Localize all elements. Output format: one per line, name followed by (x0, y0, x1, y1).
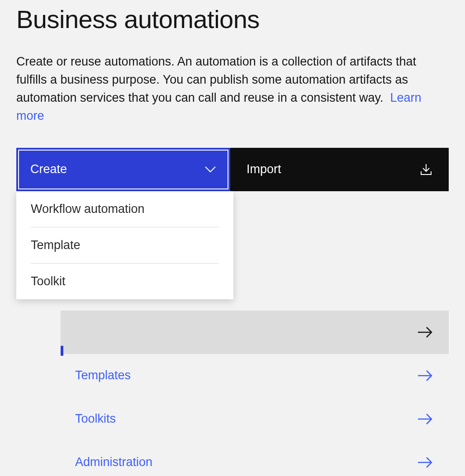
import-button-label: Import (247, 162, 281, 176)
create-dropdown-menu: Workflow automation Template Toolkit (16, 191, 233, 299)
dropdown-item-template[interactable]: Template (16, 227, 233, 263)
create-button[interactable]: Create (16, 148, 230, 191)
create-button-label: Create (30, 162, 67, 176)
arrow-right-icon (417, 456, 433, 469)
arrow-right-icon (417, 326, 433, 339)
nav-item-active[interactable] (61, 311, 449, 354)
description-text: Create or reuse automations. An automati… (16, 55, 416, 104)
arrow-right-icon (417, 369, 433, 382)
nav-item-toolkits[interactable]: Toolkits (61, 397, 449, 441)
nav-list: Templates Toolkits Administration (61, 311, 449, 476)
download-icon (420, 163, 432, 176)
nav-item-label: Templates (75, 368, 131, 382)
action-bar: Create Import Workflow automation Templa… (16, 148, 449, 191)
dropdown-item-workflow-automation[interactable]: Workflow automation (16, 191, 233, 227)
page-title: Business automations (16, 5, 449, 34)
dropdown-item-toolkit[interactable]: Toolkit (16, 264, 233, 299)
arrow-right-icon (417, 413, 433, 425)
nav-item-label: Administration (75, 455, 152, 469)
nav-item-administration[interactable]: Administration (61, 441, 449, 476)
page-description: Create or reuse automations. An automati… (16, 53, 449, 125)
nav-item-templates[interactable]: Templates (61, 354, 449, 397)
import-button[interactable]: Import (230, 148, 449, 191)
nav-item-label: Toolkits (75, 412, 116, 426)
chevron-down-icon (204, 166, 216, 173)
